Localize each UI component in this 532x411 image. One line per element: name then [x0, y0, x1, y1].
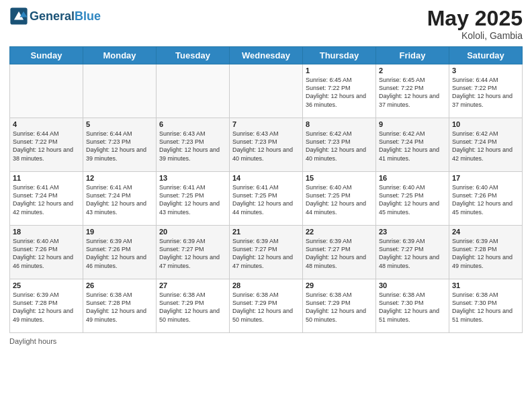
day-number: 13: [159, 174, 226, 182]
table-row: 6Sunrise: 6:43 AM Sunset: 7:23 PM Daylig…: [157, 118, 230, 172]
day-info: Sunrise: 6:41 AM Sunset: 7:24 PM Dayligh…: [13, 183, 80, 216]
logo-text: GeneralBlue: [30, 9, 101, 24]
day-number: 20: [159, 228, 226, 236]
day-number: 23: [379, 228, 446, 236]
header: GeneralBlue May 2025 Kololi, Gambia: [9, 7, 523, 41]
day-info: Sunrise: 6:45 AM Sunset: 7:22 PM Dayligh…: [379, 76, 446, 109]
day-number: 9: [379, 120, 446, 128]
day-info: Sunrise: 6:43 AM Sunset: 7:23 PM Dayligh…: [232, 130, 300, 163]
day-info: Sunrise: 6:41 AM Sunset: 7:25 PM Dayligh…: [159, 183, 226, 216]
day-number: 8: [306, 120, 373, 128]
table-row: [157, 64, 230, 118]
calendar-subtitle: Kololi, Gambia: [427, 30, 523, 41]
day-number: 19: [86, 228, 153, 236]
logo-general: General: [30, 9, 75, 23]
table-row: 26Sunrise: 6:38 AM Sunset: 7:28 PM Dayli…: [83, 279, 157, 333]
day-info: Sunrise: 6:39 AM Sunset: 7:28 PM Dayligh…: [452, 237, 519, 270]
day-info: Sunrise: 6:45 AM Sunset: 7:22 PM Dayligh…: [306, 76, 373, 109]
day-number: 15: [306, 174, 373, 182]
page: GeneralBlue May 2025 Kololi, Gambia Sund…: [0, 0, 532, 411]
day-info: Sunrise: 6:42 AM Sunset: 7:24 PM Dayligh…: [452, 130, 519, 163]
calendar-week-row: 4Sunrise: 6:44 AM Sunset: 7:22 PM Daylig…: [10, 118, 523, 172]
day-number: 2: [379, 66, 446, 75]
day-number: 5: [86, 120, 153, 128]
day-number: 26: [86, 281, 153, 289]
calendar-table: Sunday Monday Tuesday Wednesday Thursday…: [9, 46, 523, 333]
table-row: 9Sunrise: 6:42 AM Sunset: 7:24 PM Daylig…: [376, 118, 449, 172]
day-number: 6: [159, 120, 226, 128]
col-sunday: Sunday: [10, 47, 83, 64]
day-number: 22: [306, 228, 373, 236]
footer-text: Daylight hours: [9, 337, 56, 345]
col-monday: Monday: [83, 47, 157, 64]
table-row: 12Sunrise: 6:41 AM Sunset: 7:24 PM Dayli…: [83, 172, 157, 226]
title-area: May 2025 Kololi, Gambia: [427, 7, 523, 41]
calendar-header-row: Sunday Monday Tuesday Wednesday Thursday…: [10, 47, 523, 64]
table-row: 16Sunrise: 6:40 AM Sunset: 7:25 PM Dayli…: [376, 172, 449, 226]
day-info: Sunrise: 6:44 AM Sunset: 7:23 PM Dayligh…: [86, 130, 153, 163]
day-info: Sunrise: 6:40 AM Sunset: 7:25 PM Dayligh…: [306, 183, 373, 216]
table-row: 3Sunrise: 6:44 AM Sunset: 7:22 PM Daylig…: [449, 64, 523, 118]
table-row: 24Sunrise: 6:39 AM Sunset: 7:28 PM Dayli…: [449, 226, 523, 279]
table-row: 11Sunrise: 6:41 AM Sunset: 7:24 PM Dayli…: [10, 172, 83, 226]
logo-blue: Blue: [75, 9, 101, 23]
day-number: 17: [452, 174, 519, 182]
day-number: 4: [13, 120, 80, 128]
day-info: Sunrise: 6:41 AM Sunset: 7:25 PM Dayligh…: [232, 183, 300, 216]
day-info: Sunrise: 6:40 AM Sunset: 7:26 PM Dayligh…: [13, 237, 80, 270]
day-info: Sunrise: 6:38 AM Sunset: 7:28 PM Dayligh…: [86, 291, 153, 324]
day-info: Sunrise: 6:38 AM Sunset: 7:29 PM Dayligh…: [232, 291, 300, 324]
table-row: [10, 64, 83, 118]
day-number: 28: [232, 281, 300, 289]
table-row: 22Sunrise: 6:39 AM Sunset: 7:27 PM Dayli…: [303, 226, 376, 279]
table-row: 1Sunrise: 6:45 AM Sunset: 7:22 PM Daylig…: [303, 64, 376, 118]
day-number: 24: [452, 228, 519, 236]
day-number: 21: [232, 228, 300, 236]
day-info: Sunrise: 6:42 AM Sunset: 7:24 PM Dayligh…: [379, 130, 446, 163]
day-info: Sunrise: 6:39 AM Sunset: 7:27 PM Dayligh…: [306, 237, 373, 270]
col-wednesday: Wednesday: [230, 47, 303, 64]
day-info: Sunrise: 6:38 AM Sunset: 7:29 PM Dayligh…: [159, 291, 226, 324]
logo: GeneralBlue: [9, 7, 101, 26]
calendar-week-row: 1Sunrise: 6:45 AM Sunset: 7:22 PM Daylig…: [10, 64, 523, 118]
col-tuesday: Tuesday: [157, 47, 230, 64]
table-row: 5Sunrise: 6:44 AM Sunset: 7:23 PM Daylig…: [83, 118, 157, 172]
calendar-week-row: 25Sunrise: 6:39 AM Sunset: 7:28 PM Dayli…: [10, 279, 523, 333]
table-row: 8Sunrise: 6:42 AM Sunset: 7:23 PM Daylig…: [303, 118, 376, 172]
day-number: 31: [452, 281, 519, 289]
table-row: 2Sunrise: 6:45 AM Sunset: 7:22 PM Daylig…: [376, 64, 449, 118]
table-row: 14Sunrise: 6:41 AM Sunset: 7:25 PM Dayli…: [230, 172, 303, 226]
day-number: 10: [452, 120, 519, 128]
table-row: 19Sunrise: 6:39 AM Sunset: 7:26 PM Dayli…: [83, 226, 157, 279]
day-number: 27: [159, 281, 226, 289]
col-friday: Friday: [376, 47, 449, 64]
table-row: 21Sunrise: 6:39 AM Sunset: 7:27 PM Dayli…: [230, 226, 303, 279]
day-number: 11: [13, 174, 80, 182]
day-number: 16: [379, 174, 446, 182]
table-row: 20Sunrise: 6:39 AM Sunset: 7:27 PM Dayli…: [157, 226, 230, 279]
col-saturday: Saturday: [449, 47, 523, 64]
day-info: Sunrise: 6:42 AM Sunset: 7:23 PM Dayligh…: [306, 130, 373, 163]
col-thursday: Thursday: [303, 47, 376, 64]
table-row: 7Sunrise: 6:43 AM Sunset: 7:23 PM Daylig…: [230, 118, 303, 172]
day-info: Sunrise: 6:39 AM Sunset: 7:27 PM Dayligh…: [379, 237, 446, 270]
table-row: 23Sunrise: 6:39 AM Sunset: 7:27 PM Dayli…: [376, 226, 449, 279]
table-row: 30Sunrise: 6:38 AM Sunset: 7:30 PM Dayli…: [376, 279, 449, 333]
day-info: Sunrise: 6:39 AM Sunset: 7:27 PM Dayligh…: [159, 237, 226, 270]
day-info: Sunrise: 6:38 AM Sunset: 7:30 PM Dayligh…: [452, 291, 519, 324]
day-info: Sunrise: 6:44 AM Sunset: 7:22 PM Dayligh…: [13, 130, 80, 163]
table-row: [83, 64, 157, 118]
table-row: 10Sunrise: 6:42 AM Sunset: 7:24 PM Dayli…: [449, 118, 523, 172]
calendar-week-row: 11Sunrise: 6:41 AM Sunset: 7:24 PM Dayli…: [10, 172, 523, 226]
table-row: 31Sunrise: 6:38 AM Sunset: 7:30 PM Dayli…: [449, 279, 523, 333]
day-info: Sunrise: 6:41 AM Sunset: 7:24 PM Dayligh…: [86, 183, 153, 216]
table-row: 17Sunrise: 6:40 AM Sunset: 7:26 PM Dayli…: [449, 172, 523, 226]
table-row: [230, 64, 303, 118]
day-info: Sunrise: 6:39 AM Sunset: 7:27 PM Dayligh…: [232, 237, 300, 270]
table-row: 25Sunrise: 6:39 AM Sunset: 7:28 PM Dayli…: [10, 279, 83, 333]
day-number: 18: [13, 228, 80, 236]
day-number: 29: [306, 281, 373, 289]
day-info: Sunrise: 6:40 AM Sunset: 7:26 PM Dayligh…: [452, 183, 519, 216]
day-number: 7: [232, 120, 300, 128]
day-number: 1: [306, 66, 373, 75]
